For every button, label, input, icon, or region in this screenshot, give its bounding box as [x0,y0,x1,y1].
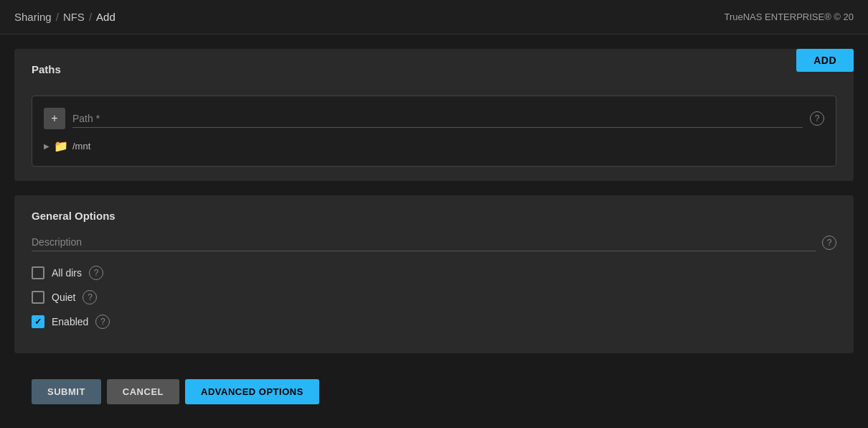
breadcrumb: Sharing / NFS / Add [14,11,115,23]
top-bar: Sharing / NFS / Add TrueNAS ENTERPRISE® … [0,0,868,34]
path-help-icon[interactable]: ? [810,111,824,126]
enabled-checkbox-row: Enabled ? [32,315,836,329]
add-path-button[interactable]: ADD [796,49,854,72]
breadcrumb-sep1: / [56,11,59,23]
tree-chevron-icon[interactable]: ▶ [44,142,49,150]
breadcrumb-sharing[interactable]: Sharing [14,11,52,23]
quiet-checkbox-row: Quiet ? [32,290,836,304]
quiet-label: Quiet [52,292,75,303]
description-input[interactable] [32,233,816,251]
plus-icon: + [51,112,57,125]
file-tree-row: ▶ 📁 /mnt [44,138,824,154]
quiet-checkbox[interactable] [32,291,44,304]
description-row: ? [32,233,836,251]
alldirs-checkbox-row: All dirs ? [32,266,836,280]
breadcrumb-current: Add [96,11,115,23]
path-input[interactable] [72,110,803,128]
paths-section-title: Paths [32,63,61,75]
quiet-help-icon[interactable]: ? [82,290,97,304]
tree-mnt-label: /mnt [72,141,90,152]
paths-section: Paths ADD + ? ▶ 📁 /mnt [14,49,854,181]
description-help-icon[interactable]: ? [822,236,836,250]
breadcrumb-nfs[interactable]: NFS [63,11,85,23]
folder-icon: 📁 [54,139,68,153]
footer-buttons: SUBMIT CANCEL ADVANCED OPTIONS [14,368,854,416]
enabled-help-icon[interactable]: ? [95,315,110,329]
path-input-row: + ? [44,108,824,129]
submit-button[interactable]: SUBMIT [32,379,101,404]
alldirs-help-icon[interactable]: ? [89,266,103,280]
general-options-title: General Options [32,210,836,222]
cancel-button[interactable]: CANCEL [107,379,179,404]
advanced-options-button[interactable]: ADVANCED OPTIONS [185,379,319,404]
path-input-area: + ? ▶ 📁 /mnt [32,96,836,167]
folder-add-icon-button[interactable]: + [44,108,65,129]
enabled-label: Enabled [52,316,88,327]
alldirs-label: All dirs [52,267,82,279]
paths-header: Paths ADD [32,63,836,87]
brand-text: TrueNAS ENTERPRISE® © 20 [724,11,854,22]
main-content: Paths ADD + ? ▶ 📁 /mnt General Options ? [0,34,868,428]
enabled-checkbox[interactable] [32,315,44,328]
general-options-section: General Options ? All dirs ? Quiet ? Ena… [14,195,854,353]
alldirs-checkbox[interactable] [32,266,44,279]
breadcrumb-sep2: / [89,11,92,23]
